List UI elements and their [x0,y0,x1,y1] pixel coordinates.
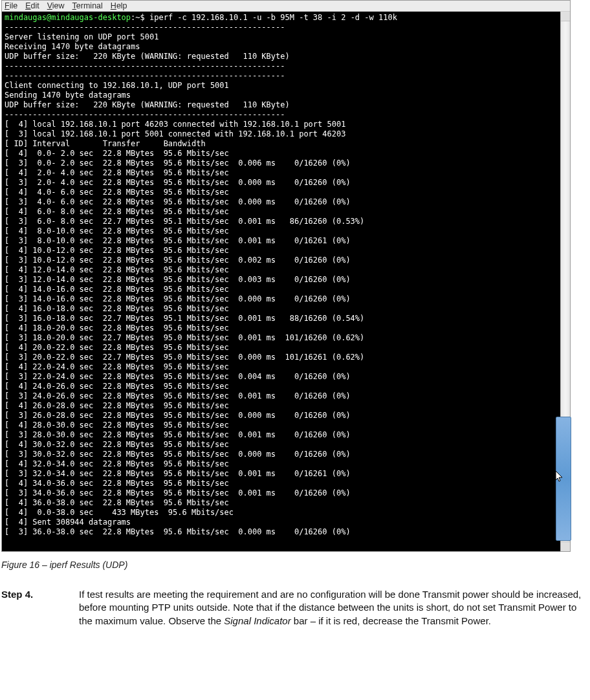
menu-help[interactable]: Help [111,1,127,10]
menubar: File Edit View Terminal Help [2,1,570,12]
menu-edit[interactable]: Edit [25,1,39,10]
terminal-output[interactable]: mindaugas@mindaugas-desktop:~$ iperf -c … [2,12,561,551]
step-text: If test results are meeting the requirem… [79,588,589,628]
step-label: Step 4. [1,588,79,628]
figure-caption: Figure 16 – iperf Results (UDP) [1,560,590,570]
menu-file[interactable]: File [5,1,17,10]
scroll-down-arrow[interactable] [561,541,570,551]
step-4: Step 4. If test results are meeting the … [1,588,589,628]
menu-view[interactable]: View [47,1,65,10]
scroll-thumb[interactable] [556,417,571,541]
scroll-up-arrow[interactable] [561,12,570,21]
terminal-window: File Edit View Terminal Help mindaugas@m… [1,0,571,552]
terminal-body: mindaugas@mindaugas-desktop:~$ iperf -c … [2,12,570,551]
scrollbar[interactable] [560,12,570,551]
menu-terminal[interactable]: Terminal [72,1,103,10]
